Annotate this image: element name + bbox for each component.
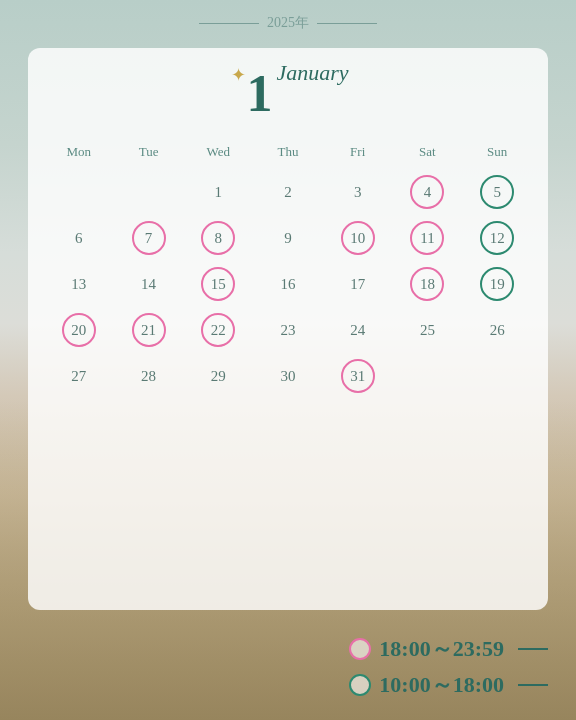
day-cell	[462, 354, 532, 398]
day-cell: 3	[323, 170, 393, 214]
day-cell: 14	[114, 262, 184, 306]
day-cell: 20	[44, 308, 114, 352]
day-cell: 6	[44, 216, 114, 260]
legend-green: 10:00～18:00	[349, 670, 548, 700]
header-wed: Wed	[183, 138, 253, 170]
day-number: 1	[201, 175, 235, 209]
day-cell: 29	[183, 354, 253, 398]
day-cell: 16	[253, 262, 323, 306]
calendar-card: ✦ 1 January Mon Tue Wed Thu Fri Sat Sun …	[28, 48, 548, 610]
day-cell: 11	[393, 216, 463, 260]
day-number: 15	[201, 267, 235, 301]
day-number: 26	[480, 313, 514, 347]
legend-pink: 18:00～23:59	[349, 634, 548, 664]
year-label: 2025年	[199, 14, 377, 32]
day-number: 2	[271, 175, 305, 209]
calendar-grid: Mon Tue Wed Thu Fri Sat Sun	[44, 138, 532, 170]
legend-circle-green	[349, 674, 371, 696]
day-number: 3	[341, 175, 375, 209]
day-number: 19	[480, 267, 514, 301]
day-number: 22	[201, 313, 235, 347]
day-cell: 22	[183, 308, 253, 352]
header-sun: Sun	[462, 138, 532, 170]
day-cell: 1	[183, 170, 253, 214]
day-number: 20	[62, 313, 96, 347]
day-number: 14	[132, 267, 166, 301]
legend-circle-pink	[349, 638, 371, 660]
day-cell: 15	[183, 262, 253, 306]
legend-green-line	[518, 684, 548, 686]
day-number: 25	[410, 313, 444, 347]
day-cell: 8	[183, 216, 253, 260]
day-cell: 12	[462, 216, 532, 260]
header-sat: Sat	[393, 138, 463, 170]
day-cell	[114, 170, 184, 214]
year-line-left	[199, 23, 259, 24]
day-cell: 24	[323, 308, 393, 352]
day-number: 18	[410, 267, 444, 301]
day-cell: 26	[462, 308, 532, 352]
day-number: 7	[132, 221, 166, 255]
day-cell: 23	[253, 308, 323, 352]
day-number: 4	[410, 175, 444, 209]
day-cell	[393, 354, 463, 398]
header-mon: Mon	[44, 138, 114, 170]
day-number: 13	[62, 267, 96, 301]
day-cell: 28	[114, 354, 184, 398]
day-number: 16	[271, 267, 305, 301]
day-number: 30	[271, 359, 305, 393]
day-cell: 17	[323, 262, 393, 306]
month-number: 1	[246, 68, 272, 120]
day-cell: 10	[323, 216, 393, 260]
day-number: 6	[62, 221, 96, 255]
day-cell: 9	[253, 216, 323, 260]
star-icon: ✦	[231, 64, 246, 86]
day-cell: 4	[393, 170, 463, 214]
day-number: 9	[271, 221, 305, 255]
legend-area: 18:00～23:59 10:00～18:00	[349, 634, 548, 700]
day-cell: 7	[114, 216, 184, 260]
day-cell: 21	[114, 308, 184, 352]
legend-pink-time: 18:00～23:59	[379, 634, 504, 664]
month-name: January	[276, 60, 348, 86]
day-cell: 19	[462, 262, 532, 306]
day-number: 12	[480, 221, 514, 255]
day-number: 10	[341, 221, 375, 255]
day-number: 31	[341, 359, 375, 393]
day-number: 23	[271, 313, 305, 347]
year-text: 2025年	[267, 14, 309, 32]
day-number: 21	[132, 313, 166, 347]
day-cell: 25	[393, 308, 463, 352]
day-number: 24	[341, 313, 375, 347]
header-fri: Fri	[323, 138, 393, 170]
day-number: 28	[132, 359, 166, 393]
header-tue: Tue	[114, 138, 184, 170]
day-cell: 2	[253, 170, 323, 214]
legend-green-time: 10:00～18:00	[379, 670, 504, 700]
month-header: ✦ 1 January	[44, 68, 532, 120]
legend-pink-line	[518, 648, 548, 650]
day-cell: 5	[462, 170, 532, 214]
day-cell: 30	[253, 354, 323, 398]
day-number: 17	[341, 267, 375, 301]
day-cell: 13	[44, 262, 114, 306]
day-number: 29	[201, 359, 235, 393]
day-number: 8	[201, 221, 235, 255]
day-cell: 31	[323, 354, 393, 398]
day-number: 27	[62, 359, 96, 393]
header-thu: Thu	[253, 138, 323, 170]
day-number: 11	[410, 221, 444, 255]
day-number: 5	[480, 175, 514, 209]
day-cell	[44, 170, 114, 214]
day-cell: 27	[44, 354, 114, 398]
day-cell: 18	[393, 262, 463, 306]
days-grid: 1234567891011121314151617181920212223242…	[44, 170, 532, 398]
year-line-right	[317, 23, 377, 24]
